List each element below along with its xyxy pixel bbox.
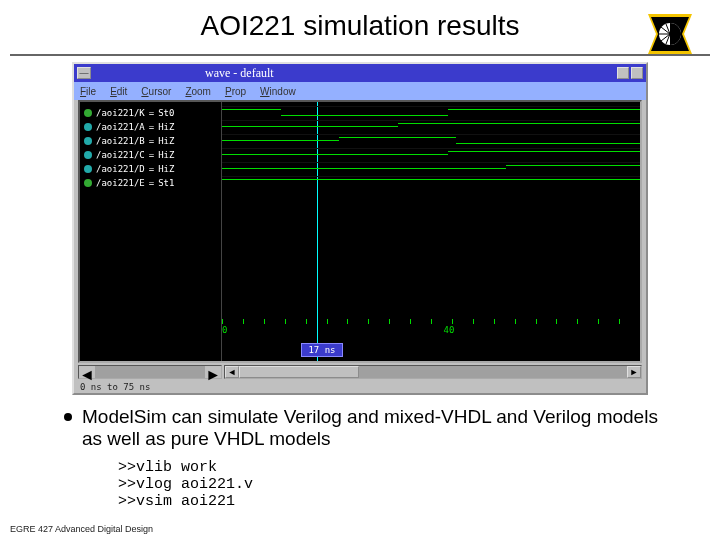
signal-row[interactable]: /aoi221/A = HiZ [84, 120, 217, 134]
time-axis: 0 40 [222, 325, 640, 339]
titlebar[interactable]: — wave - default [74, 64, 646, 82]
menu-edit[interactable]: Edit [110, 86, 127, 97]
signal-row[interactable]: /aoi221/K = St0 [84, 106, 217, 120]
signal-row[interactable]: /aoi221/C = HiZ [84, 148, 217, 162]
menu-file[interactable]: File [80, 86, 96, 97]
bullet-text: ModelSim can simulate Verilog and mixed-… [82, 406, 658, 449]
code-line: >>vsim aoi221 [118, 493, 235, 510]
signal-name: /aoi221/K [96, 108, 145, 118]
vcu-logo [648, 14, 692, 54]
window-title: wave - default [205, 66, 274, 81]
minimize-button[interactable] [617, 67, 629, 79]
signal-row[interactable]: /aoi221/E = St1 [84, 176, 217, 190]
wave-body: /aoi221/K = St0 /aoi221/A = HiZ /aoi221/… [78, 100, 642, 363]
signal-value: HiZ [158, 164, 174, 174]
signal-value: St0 [158, 108, 174, 118]
signal-value: HiZ [158, 150, 174, 160]
tick-label: 0 [222, 325, 227, 335]
signal-dot-icon [84, 109, 92, 117]
signal-row[interactable]: /aoi221/B = HiZ [84, 134, 217, 148]
wave-window: — wave - default File Edit Cursor Zoom P… [72, 62, 648, 395]
scroll-right-button[interactable]: ► [627, 366, 641, 378]
tick-label: 40 [444, 325, 455, 335]
scroll-thumb[interactable] [239, 366, 359, 378]
menu-zoom[interactable]: Zoom [185, 86, 211, 97]
signal-row[interactable]: /aoi221/D = HiZ [84, 162, 217, 176]
signal-dot-icon [84, 137, 92, 145]
sysmenu-icon[interactable]: — [77, 67, 91, 79]
footer-text: EGRE 427 Advanced Digital Design [10, 524, 153, 534]
menu-cursor[interactable]: Cursor [141, 86, 171, 97]
signal-name: /aoi221/E [96, 178, 145, 188]
bullet-dot-icon [64, 413, 72, 421]
menu-prop[interactable]: Prop [225, 86, 246, 97]
scroll-right-button[interactable]: ► [205, 366, 221, 378]
signal-value: HiZ [158, 122, 174, 132]
signal-name: /aoi221/B [96, 136, 145, 146]
signal-dot-icon [84, 123, 92, 131]
slide: AOI221 simulation results — wave - defau… [0, 0, 720, 540]
code-line: >>vlog aoi221.v [118, 476, 253, 493]
status-text: 0 ns to 75 ns [80, 382, 150, 392]
scroll-left-button[interactable]: ◄ [79, 366, 95, 378]
menu-window[interactable]: Window [260, 86, 296, 97]
signal-value: HiZ [158, 136, 174, 146]
scroll-left-button[interactable]: ◄ [225, 366, 239, 378]
signal-name: /aoi221/D [96, 164, 145, 174]
code-line: >>vlib work [118, 459, 217, 476]
divider [10, 54, 710, 56]
page-title: AOI221 simulation results [0, 10, 720, 42]
maximize-button[interactable] [631, 67, 643, 79]
signal-name: /aoi221/C [96, 150, 145, 160]
siglist-h-scrollbar[interactable]: ◄ ► [78, 365, 222, 379]
cursor-time-label[interactable]: 17 ns [301, 343, 342, 357]
scroll-track[interactable] [359, 366, 627, 378]
signal-list[interactable]: /aoi221/K = St0 /aoi221/A = HiZ /aoi221/… [80, 102, 222, 361]
signal-dot-icon [84, 151, 92, 159]
scroll-track[interactable] [95, 366, 205, 378]
signal-dot-icon [84, 179, 92, 187]
waveform-pane[interactable]: 0 40 17 ns [222, 102, 640, 361]
signal-name: /aoi221/A [96, 122, 145, 132]
h-scrollbar[interactable]: ◄ ► [224, 365, 642, 379]
signal-dot-icon [84, 165, 92, 173]
bullet-item: ModelSim can simulate Verilog and mixed-… [82, 406, 680, 450]
menubar: File Edit Cursor Zoom Prop Window [74, 82, 646, 100]
code-block: >>vlib work >>vlog aoi221.v >>vsim aoi22… [118, 459, 253, 510]
signal-value: St1 [158, 178, 174, 188]
